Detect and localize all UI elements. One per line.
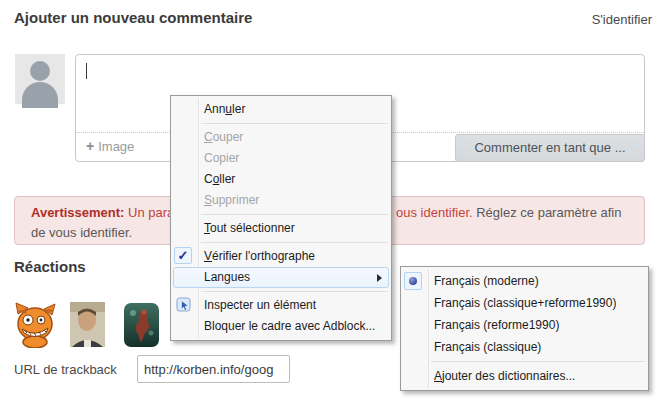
fantasy-art-avatar[interactable] — [124, 303, 159, 351]
page-title: Ajouter un nouveau commentaire — [14, 9, 252, 26]
language-submenu: Français (moderne) Français (classique+r… — [400, 266, 649, 391]
menu-separator — [201, 242, 388, 243]
submenu-item-francais-classique-reforme1990[interactable]: Français (classique+reforme1990) — [403, 292, 646, 314]
page: Ajouter un nouveau commentaire S'identif… — [0, 0, 659, 402]
text-caret — [86, 63, 87, 79]
menu-item-coller[interactable]: Coller — [173, 169, 389, 190]
submenu-item-francais-classique[interactable]: Français (classique) — [403, 336, 646, 358]
add-image-label: Image — [98, 139, 134, 154]
menu-separator — [201, 123, 388, 124]
warning-line1-left: Avertissement: Un para — [31, 205, 174, 220]
signin-link[interactable]: S'identifier — [592, 12, 652, 27]
menu-separator — [201, 214, 388, 215]
menu-separator — [431, 361, 645, 362]
comment-as-button[interactable]: Commenter en tant que ... — [455, 134, 645, 162]
plus-icon: + — [86, 138, 94, 154]
radio-selected-icon — [404, 272, 422, 290]
menu-item-bloquer-adblock[interactable]: Bloquer le cadre avec Adblock... — [173, 316, 389, 337]
add-image-button[interactable]: +Image — [86, 138, 134, 154]
context-menu: Annuler Couper Copier Coller Supprimer T… — [170, 95, 392, 341]
avatar-person-icon — [30, 61, 50, 81]
warning-label: Avertissement: — [31, 205, 124, 220]
menu-item-tout-selectionner[interactable]: Tout sélectionner — [173, 218, 389, 239]
menu-item-supprimer[interactable]: Supprimer — [173, 190, 389, 211]
man-photo-avatar[interactable] — [70, 302, 105, 351]
menu-item-annuler[interactable]: Annuler — [173, 99, 389, 120]
submenu-item-francais-reforme1990[interactable]: Français (reforme1990) — [403, 314, 646, 336]
trackback-label: URL de trackback — [14, 362, 117, 377]
submenu-item-ajouter-dictionnaires[interactable]: Ajouter des dictionnaires... — [403, 365, 646, 387]
submenu-item-francais-moderne[interactable]: Français (moderne) — [403, 270, 646, 292]
cat-cartoon-avatar[interactable] — [14, 302, 57, 352]
check-icon: ✓ — [174, 247, 192, 264]
submenu-arrow-icon — [377, 274, 382, 282]
menu-item-copier[interactable]: Copier — [173, 148, 389, 169]
menu-item-verifier-orthographe[interactable]: ✓ Vérifier l'orthographe — [173, 246, 389, 267]
menu-separator — [201, 291, 388, 292]
warning-line2: de vous identifier. — [31, 225, 132, 240]
trackback-url-input[interactable] — [137, 355, 290, 383]
warning-line1-right: ous identifier. Réglez ce paramètre afin — [396, 205, 621, 220]
menu-item-inspecter-element[interactable]: Inspecter un élément — [173, 295, 389, 316]
reactions-title: Réactions — [14, 258, 86, 275]
menu-item-couper[interactable]: Couper — [173, 127, 389, 148]
avatar-placeholder — [15, 54, 65, 104]
menu-item-langues[interactable]: Langues — [173, 267, 389, 288]
